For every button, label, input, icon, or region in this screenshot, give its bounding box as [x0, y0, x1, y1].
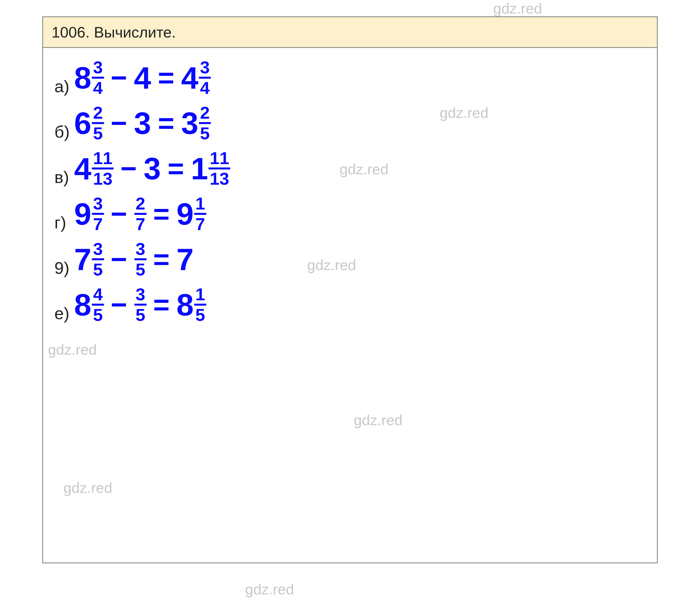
minus-op: − — [109, 198, 129, 230]
minus-op: − — [109, 243, 129, 275]
problem-header: 1006. Вычислите. — [43, 17, 657, 48]
term2-den: 5 — [134, 304, 146, 324]
result-den: 13 — [208, 167, 230, 188]
term1-num: 2 — [92, 104, 104, 122]
term2-den: 5 — [134, 258, 146, 278]
term1-num: 11 — [92, 149, 114, 167]
minus-op: − — [109, 288, 129, 321]
equals-op: = — [152, 243, 171, 275]
term2-num: 2 — [134, 195, 146, 213]
row-g: г) 9 3 7 − 2 7 = 9 1 — [54, 195, 646, 232]
row-label-d: 9) — [54, 258, 74, 278]
expression-b: 6 2 5 − 3 = 3 2 5 — [74, 104, 211, 142]
term2-b: 3 — [134, 108, 151, 139]
term2-e-frac: 3 5 — [134, 286, 146, 324]
row-b: б) 6 2 5 − 3 = 3 2 5 — [54, 104, 646, 142]
term1-g: 9 3 7 — [74, 195, 104, 233]
result-whole: 4 — [181, 62, 198, 93]
equals-op: = — [166, 152, 186, 185]
term2-den: 7 — [134, 213, 146, 233]
result-frac: 2 5 — [199, 104, 211, 142]
term1-v: 4 11 13 — [74, 149, 114, 188]
term1-whole: 8 — [74, 62, 91, 93]
result-frac: 3 4 — [199, 58, 211, 97]
minus-op: − — [119, 152, 139, 185]
term1-e: 8 4 5 — [74, 286, 104, 324]
result-a: 4 3 4 — [181, 58, 211, 97]
term2-d-frac: 3 5 — [134, 240, 146, 278]
term1-frac: 2 5 — [92, 104, 104, 142]
term1-num: 3 — [92, 195, 104, 213]
term1-d: 7 3 5 — [74, 240, 104, 278]
term1-den: 4 — [92, 77, 104, 97]
result-den: 4 — [199, 77, 211, 97]
term1-den: 13 — [92, 167, 114, 188]
equals-op: = — [152, 198, 171, 230]
result-den: 7 — [194, 213, 206, 233]
term1-whole: 7 — [74, 244, 91, 275]
result-num: 1 — [194, 286, 206, 304]
term1-num: 3 — [92, 240, 104, 258]
expression-g: 9 3 7 − 2 7 = 9 1 7 — [74, 195, 206, 233]
equals-op: = — [156, 62, 176, 94]
term1-num: 3 — [92, 58, 104, 77]
result-frac: 1 5 — [194, 286, 206, 324]
term2-g-frac: 2 7 — [134, 195, 146, 233]
expression-a: 8 3 4 − 4 = 4 3 4 — [74, 58, 211, 97]
row-d: 9) 7 3 5 − 3 5 = 7 — [54, 240, 646, 278]
term2-v: 3 — [144, 153, 161, 184]
term1-whole: 9 — [74, 198, 91, 230]
term1-frac: 3 4 — [92, 58, 104, 97]
result-den: 5 — [194, 304, 206, 324]
expression-v: 4 11 13 − 3 = 1 11 13 — [74, 149, 230, 188]
result-frac: 11 13 — [208, 149, 230, 188]
problem-body: а) 8 3 4 − 4 = 4 3 4 — [43, 48, 657, 334]
term1-frac: 3 5 — [92, 240, 104, 278]
row-label-g: г) — [54, 213, 74, 232]
result-den: 5 — [199, 122, 211, 142]
watermark: gdz.red — [245, 581, 294, 598]
minus-op: − — [109, 107, 129, 139]
result-whole: 8 — [176, 289, 194, 320]
row-a: а) 8 3 4 − 4 = 4 3 4 — [54, 58, 646, 96]
term1-frac: 3 7 — [92, 195, 104, 233]
term1-whole: 6 — [74, 108, 91, 139]
term1-den: 5 — [92, 258, 104, 278]
result-v: 1 11 13 — [191, 149, 230, 188]
term1-den: 7 — [92, 213, 104, 233]
result-whole: 1 — [191, 153, 208, 184]
term1-whole: 8 — [74, 289, 91, 320]
term1-whole: 4 — [74, 153, 91, 184]
term1-num: 4 — [92, 286, 104, 304]
row-label-a: а) — [54, 77, 74, 96]
term1-frac: 11 13 — [92, 149, 114, 188]
problem-title: 1006. Вычислите. — [52, 24, 176, 41]
row-label-v: в) — [54, 167, 74, 187]
row-label-b: б) — [54, 122, 74, 142]
result-d: 7 — [176, 244, 194, 275]
watermark: gdz.red — [493, 0, 542, 17]
row-e: е) 8 4 5 − 3 5 = 8 1 — [54, 286, 646, 323]
row-label-e: е) — [54, 304, 74, 323]
term1-frac: 4 5 — [92, 286, 104, 324]
term1-den: 5 — [92, 304, 104, 324]
result-num: 11 — [208, 149, 230, 167]
result-frac: 1 7 — [194, 195, 206, 233]
content-frame: 1006. Вычислите. а) 8 3 4 − 4 = 4 — [42, 16, 658, 563]
term2-num: 3 — [134, 240, 146, 258]
term1-a: 8 3 4 — [74, 58, 104, 97]
result-num: 2 — [199, 104, 211, 122]
result-num: 3 — [199, 58, 211, 77]
term2-num: 3 — [134, 286, 146, 304]
result-b: 3 2 5 — [181, 104, 211, 142]
term1-b: 6 2 5 — [74, 104, 104, 142]
row-v: в) 4 11 13 − 3 = 1 11 13 — [54, 149, 646, 187]
result-g: 9 1 7 — [176, 195, 206, 233]
expression-d: 7 3 5 − 3 5 = 7 — [74, 240, 194, 278]
result-num: 1 — [194, 195, 206, 213]
result-whole: 9 — [176, 198, 194, 230]
equals-op: = — [152, 288, 171, 321]
term2-a: 4 — [134, 62, 151, 93]
result-whole: 3 — [181, 108, 198, 139]
result-e: 8 1 5 — [176, 286, 206, 324]
